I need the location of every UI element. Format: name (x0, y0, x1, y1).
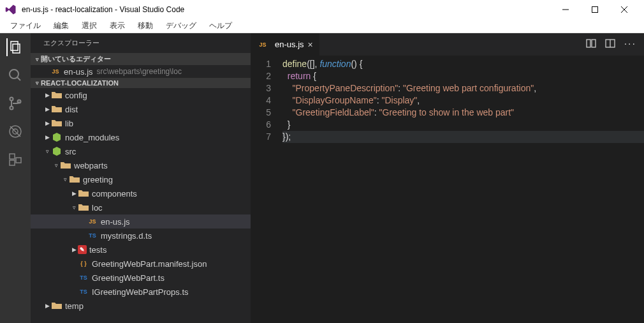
tree-item-greetingwebpart-ts[interactable]: TSGreetingWebPart.ts (31, 271, 251, 285)
tree-item-label: lib (65, 119, 73, 128)
svg-rect-4 (11, 41, 18, 50)
tree-item-igreetingwebpartprops-ts[interactable]: TSIGreetingWebPartProps.ts (31, 285, 251, 299)
tree-item-src[interactable]: ▿src (31, 144, 251, 158)
tree-item-label: config (65, 91, 87, 100)
tree-item-node-modules[interactable]: ▶node_modules (31, 130, 251, 144)
chevron-down-icon: ▿ (33, 56, 41, 63)
tree-item-tests[interactable]: ▶✎tests (31, 243, 251, 257)
twistie-icon: ▶ (70, 246, 78, 253)
folder-icon (69, 174, 80, 184)
editor-area: JS en-us.js × ··· 1 2 3 4 5 6 7 define([… (251, 33, 644, 323)
package-icon (51, 132, 62, 142)
tree-item-label: tests (89, 245, 106, 255)
window-title: en-us.js - react-localization - Visual S… (22, 5, 551, 14)
twistie-icon: ▶ (43, 92, 51, 98)
menu-debug[interactable]: デバッグ (161, 19, 201, 33)
menubar: ファイル 編集 選択 表示 移動 デバッグ ヘルプ (0, 19, 644, 33)
editor-actions: ··· (586, 38, 644, 51)
close-button[interactable] (610, 0, 639, 19)
tree-item-loc[interactable]: ▿loc (31, 200, 251, 214)
twistie-icon: ▶ (43, 134, 51, 140)
twistie-icon: ▶ (43, 303, 51, 309)
code-editor[interactable]: 1 2 3 4 5 6 7 define([], function() { re… (251, 56, 644, 323)
split-compare-icon[interactable] (586, 38, 596, 51)
git-icon[interactable] (6, 94, 24, 112)
menu-edit[interactable]: 編集 (48, 19, 74, 33)
menu-go[interactable]: 移動 (133, 19, 158, 33)
svg-point-8 (10, 98, 13, 101)
project-name: REACT-LOCALIZATION (41, 79, 119, 87)
tree-item-label: loc (92, 203, 103, 213)
close-tab-icon[interactable]: × (308, 40, 313, 50)
js-file-icon: JS (50, 66, 61, 77)
package-icon (51, 146, 62, 156)
tree-item-label: webparts (74, 161, 108, 170)
open-editor-item[interactable]: JS en-us.js src\webparts\greeting\loc (31, 65, 251, 78)
svg-rect-18 (592, 40, 596, 47)
twistie-icon: ▿ (61, 176, 69, 183)
menu-file[interactable]: ファイル (5, 19, 46, 33)
js-file-icon: JS (87, 216, 98, 227)
more-actions-icon[interactable]: ··· (624, 38, 636, 51)
window-controls (551, 0, 639, 19)
tree-item-greeting[interactable]: ▿greeting (31, 172, 251, 186)
twistie-icon: ▶ (70, 190, 78, 197)
tree-item-label: temp (65, 301, 84, 311)
tab-filename: en-us.js (275, 40, 304, 49)
ts-file-icon: TS (87, 230, 98, 241)
open-editors-header[interactable]: ▿ 開いているエディター (31, 53, 251, 65)
twistie-icon: ▶ (43, 106, 51, 112)
json-file-icon: { } (78, 259, 89, 269)
folder-icon (78, 202, 89, 213)
tree-item-label: GreetingWebPart.ts (92, 273, 165, 283)
activity-bar (0, 33, 31, 323)
tree-item-dist[interactable]: ▶dist (31, 102, 251, 116)
sidebar-title: エクスプローラー (31, 33, 251, 53)
svg-line-7 (17, 77, 20, 80)
debug-icon[interactable] (6, 123, 24, 140)
menu-view[interactable]: 表示 (105, 19, 130, 33)
tree-item-label: greeting (83, 175, 113, 184)
svg-rect-5 (13, 44, 20, 53)
minimize-button[interactable] (551, 0, 580, 19)
twistie-icon: ▿ (43, 148, 51, 154)
tree-item-greetingwebpart-manifest-json[interactable]: { }GreetingWebPart.manifest.json (31, 257, 251, 271)
tree-item-config[interactable]: ▶config (31, 88, 251, 102)
twistie-icon: ▿ (52, 162, 60, 169)
folder-icon (51, 118, 62, 128)
twistie-icon: ▿ (70, 204, 78, 211)
test-folder-icon: ✎ (78, 245, 87, 254)
js-file-icon: JS (257, 40, 268, 50)
titlebar: en-us.js - react-localization - Visual S… (0, 0, 644, 19)
svg-point-9 (10, 107, 13, 110)
tree-item-lib[interactable]: ▶lib (31, 116, 251, 130)
editor-tab[interactable]: JS en-us.js × (251, 33, 319, 56)
extensions-icon[interactable] (6, 151, 24, 169)
folder-icon (60, 160, 71, 170)
svg-point-6 (10, 70, 18, 79)
menu-selection[interactable]: 選択 (77, 19, 102, 33)
editor-tabs: JS en-us.js × ··· (251, 33, 644, 56)
tree-item-label: node_modules (65, 133, 119, 142)
maximize-button[interactable] (580, 0, 610, 19)
project-header[interactable]: ▿ REACT-LOCALIZATION (31, 78, 251, 88)
explorer-icon[interactable] (6, 38, 24, 56)
split-editor-icon[interactable] (605, 38, 615, 51)
tree-item-temp[interactable]: ▶temp (31, 299, 251, 313)
menu-help[interactable]: ヘルプ (204, 19, 237, 33)
folder-icon (51, 90, 62, 100)
tree-item-label: dist (65, 105, 78, 114)
folder-icon (51, 104, 62, 114)
tree-item-label: components (92, 189, 137, 199)
svg-rect-15 (10, 160, 15, 165)
file-tree: ▶config▶dist▶lib▶node_modules▿src▿webpar… (31, 88, 251, 323)
tree-item-components[interactable]: ▶components (31, 186, 251, 200)
search-icon[interactable] (6, 66, 24, 84)
tree-item-en-us-js[interactable]: JSen-us.js (31, 214, 251, 229)
svg-line-12 (10, 126, 20, 137)
chevron-down-icon: ▿ (33, 80, 41, 86)
tree-item-mystrings-d-ts[interactable]: TSmystrings.d.ts (31, 229, 251, 243)
tree-item-webparts[interactable]: ▿webparts (31, 158, 251, 172)
code-content[interactable]: define([], function() { return { "Proper… (282, 58, 644, 323)
svg-rect-16 (16, 158, 21, 163)
